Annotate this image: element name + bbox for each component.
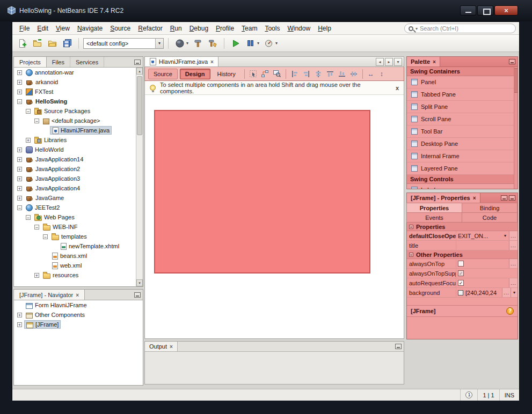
palette-item-label[interactable]: Label [407, 184, 514, 189]
tree-item[interactable]: −templates [14, 232, 136, 241]
run-project-button[interactable] [229, 36, 242, 50]
tab-files[interactable]: Files [47, 57, 70, 67]
menu-edit[interactable]: Edit [33, 23, 52, 34]
palette-section-swing-controls[interactable]: Swing Controls [407, 175, 514, 184]
property-row-alwaysOnTop[interactable]: alwaysOnTop ... [407, 259, 518, 269]
checkbox[interactable] [458, 261, 464, 267]
tab-events[interactable]: Events [406, 212, 462, 223]
save-all-button[interactable] [61, 36, 74, 50]
menu-team[interactable]: Team [238, 23, 261, 34]
tab-navigator[interactable]: [JFrame] - Navigator × [14, 290, 85, 300]
palette-section-swing-containers[interactable]: Swing Containers [407, 67, 514, 76]
source-view-button[interactable]: Source [148, 69, 178, 79]
clean-build-button[interactable] [206, 36, 220, 50]
palette-item-tool-bar[interactable]: Tool Bar [407, 125, 514, 138]
property-editor-button[interactable]: ... [509, 241, 518, 250]
tree-item[interactable]: +[JFrame] [14, 320, 143, 329]
minimize-panel-icon[interactable] [509, 195, 515, 201]
profile-project-button[interactable] [262, 36, 275, 50]
section-properties[interactable]: Properties [407, 223, 518, 231]
menu-help[interactable]: Help [314, 23, 335, 34]
expander-icon[interactable]: + [17, 186, 22, 191]
property-value[interactable]: [240,240,24 [456, 288, 502, 297]
align-right-button[interactable] [302, 69, 311, 79]
tree-item[interactable]: +FXTest [14, 87, 136, 97]
close-hint-icon[interactable]: x [396, 85, 399, 91]
tree-item[interactable]: +JavaApplication4 [14, 183, 136, 193]
close-tab-icon[interactable]: × [76, 292, 79, 298]
property-row-defaultCloseOperation[interactable]: defaultCloseOpe EXIT_ON...▾ ... [407, 231, 518, 241]
tab-services[interactable]: Services [70, 57, 104, 67]
tree-item[interactable]: −WEB-INF [14, 222, 136, 232]
tree-item[interactable]: +Other Components [14, 310, 143, 320]
minimize-panel-icon[interactable] [509, 59, 515, 64]
debug-project-button[interactable] [244, 36, 257, 50]
scrollbar-thumb[interactable] [514, 68, 518, 93]
connection-mode-button[interactable] [260, 69, 270, 79]
search-input[interactable]: ▾ Search (Ctrl+I) [404, 24, 516, 33]
palette-item-tabbed-pane[interactable]: Tabbed Pane [407, 88, 514, 101]
menu-navigate[interactable]: Navigate [74, 23, 106, 34]
tree-item[interactable]: −HelloSwing [14, 97, 136, 106]
build-dropdown-icon[interactable]: ▾ [186, 41, 188, 46]
tree-item[interactable]: web.xml [14, 261, 136, 270]
tree-item[interactable]: +arkanoid [14, 77, 136, 87]
tree-item[interactable]: newTemplate.xhtml [14, 241, 136, 251]
expander-icon[interactable]: − [34, 119, 39, 123]
palette-item-panel[interactable]: Panel [407, 76, 514, 88]
collapse-section-icon[interactable] [409, 225, 413, 229]
property-editor-button[interactable]: ... [509, 231, 518, 240]
tree-item[interactable]: beans.xml [14, 251, 136, 261]
property-row-background[interactable]: background [240,240,24 ... ▾ [407, 288, 518, 298]
property-editor-button[interactable]: ... [509, 259, 518, 268]
menu-source[interactable]: Source [106, 23, 134, 34]
palette-scrollbar[interactable] [514, 67, 518, 189]
menu-debug[interactable]: Debug [186, 23, 212, 34]
build-project-button[interactable] [191, 36, 205, 50]
section-other-properties[interactable]: Other Properties [407, 250, 518, 259]
tree-item[interactable]: −Source Packages [14, 106, 136, 116]
close-tab-icon[interactable]: × [473, 195, 476, 201]
tree-item[interactable]: −Web Pages [14, 212, 136, 222]
tree-item[interactable]: +JavaApplication2 [14, 164, 136, 174]
expander-icon[interactable]: + [17, 70, 22, 75]
scroll-down-icon[interactable]: ▾ [511, 288, 518, 297]
new-file-button[interactable] [16, 36, 29, 50]
align-bottom-button[interactable] [337, 69, 347, 79]
palette-item-internal-frame[interactable]: Internal Frame [407, 150, 514, 162]
maximize-window-button[interactable] [477, 5, 493, 16]
menu-window[interactable]: Window [283, 23, 314, 34]
expander-icon[interactable]: + [17, 157, 22, 162]
search-dropdown-icon[interactable]: ▾ [416, 26, 418, 31]
minimize-panel-icon[interactable] [134, 60, 141, 65]
resize-horizontal-icon[interactable]: ↔ [367, 70, 375, 78]
property-row-autoRequestFocus[interactable]: autoRequestFocus ✓ ... [407, 278, 518, 288]
open-project-button[interactable] [46, 36, 59, 50]
expander-icon[interactable]: − [17, 205, 22, 210]
expander-icon[interactable]: + [17, 80, 22, 85]
jframe-preview[interactable] [154, 110, 370, 273]
tab-list-dropdown-icon[interactable]: ▾ [394, 58, 402, 66]
tree-item[interactable]: +JavaGame [14, 193, 136, 203]
align-center-horizontal-button[interactable] [314, 69, 323, 79]
palette-item-layered-pane[interactable]: Layered Pane [407, 162, 514, 175]
profile-dropdown-icon[interactable]: ▾ [275, 41, 278, 46]
projects-scrollbar[interactable]: ▴ ▾ [136, 68, 143, 286]
dock-panel-icon[interactable] [501, 195, 507, 201]
scroll-down-icon[interactable]: ▾ [136, 279, 143, 286]
tree-item[interactable]: +HelloWorld [14, 145, 136, 154]
menu-refactor[interactable]: Refactor [134, 23, 166, 34]
design-view-button[interactable]: Design [180, 69, 210, 79]
palette-item-scroll-pane[interactable]: Scroll Pane [407, 113, 514, 125]
expander-icon[interactable]: + [34, 273, 39, 278]
new-project-button[interactable] [31, 36, 44, 50]
expander-icon[interactable]: + [17, 90, 22, 94]
close-tab-icon[interactable]: × [433, 59, 436, 65]
expander-icon[interactable]: + [17, 147, 22, 152]
titlebar[interactable]: HelloSwing - NetBeans IDE 7.4 RC2 × [0, 0, 532, 21]
resize-vertical-icon[interactable]: ↕ [377, 70, 386, 78]
menu-profile[interactable]: Profile [212, 23, 238, 34]
preview-design-button[interactable] [272, 69, 282, 79]
expander-icon[interactable]: + [17, 322, 22, 327]
globe-build-button[interactable] [173, 36, 186, 50]
